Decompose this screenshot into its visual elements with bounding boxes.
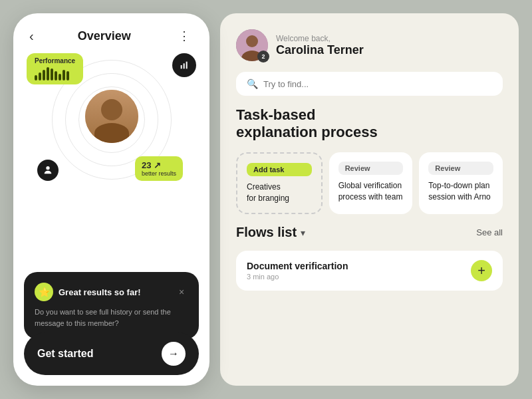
- menu-icon[interactable]: ⋮: [175, 27, 194, 45]
- task-text-1: Global verification process with team: [338, 180, 404, 203]
- welcome-text: Welcome back, Carolina Terner: [276, 34, 364, 57]
- bar-3: [43, 70, 45, 80]
- person-badge[interactable]: [37, 160, 59, 181]
- flow-item-0[interactable]: Document verificartion 3 min ago +: [236, 251, 503, 291]
- flow-add-button-0[interactable]: +: [471, 260, 492, 281]
- get-started-arrow-icon: →: [162, 342, 186, 366]
- flows-header: Flows list ▾ See all: [236, 225, 503, 240]
- results-number: 23 ↗: [142, 160, 176, 170]
- task-badge-2: Review: [428, 162, 493, 175]
- search-input[interactable]: [263, 79, 492, 89]
- welcome-subtitle: Welcome back,: [276, 34, 364, 43]
- notification-title: Great results so far!: [59, 287, 141, 297]
- svg-rect-2: [186, 62, 188, 69]
- task-badge-1: Review: [338, 162, 404, 175]
- performance-badge: Performance: [27, 53, 83, 84]
- bar-7: [59, 74, 61, 80]
- notification-body: Do you want to see full history or send …: [35, 307, 188, 329]
- notification-close-button[interactable]: ×: [175, 285, 188, 299]
- svg-point-3: [46, 166, 49, 170]
- star-icon: ⭐: [35, 283, 53, 301]
- flows-title: Flows list: [236, 225, 297, 240]
- back-button[interactable]: ‹: [29, 29, 34, 44]
- phone-header: ‹ Overview ⋮: [13, 13, 209, 53]
- get-started-button[interactable]: Get started →: [24, 332, 199, 375]
- bar-2: [39, 72, 41, 80]
- phone-body: Performance: [13, 53, 209, 386]
- profile-avatar: [85, 90, 138, 143]
- task-card-1[interactable]: Review Global verification process with …: [329, 152, 413, 215]
- search-icon: 🔍: [247, 78, 258, 89]
- task-card-0[interactable]: Add task Creatives for branging: [236, 152, 323, 215]
- task-text-2: Top-to-down plan session with Arno: [428, 180, 493, 203]
- flow-info-0: Document verificartion 3 min ago: [247, 261, 348, 281]
- search-bar[interactable]: 🔍: [236, 72, 503, 96]
- bar-6: [55, 71, 57, 80]
- flow-title-0: Document verificartion: [247, 261, 348, 271]
- results-text: better results: [142, 170, 176, 177]
- task-cards-row: Add task Creatives for branging Review G…: [236, 152, 503, 215]
- svg-point-5: [246, 35, 258, 47]
- bar-4: [47, 67, 49, 80]
- phone-panel: ‹ Overview ⋮ Performance: [13, 13, 209, 386]
- see-all-button[interactable]: See all: [476, 227, 503, 237]
- task-text-0: Creatives for branging: [247, 182, 312, 204]
- task-badge-0: Add task: [247, 163, 312, 176]
- results-badge: 23 ↗ better results: [135, 156, 183, 181]
- app-container: ‹ Overview ⋮ Performance: [13, 13, 519, 386]
- welcome-section: 2 Welcome back, Carolina Terner: [236, 29, 503, 61]
- right-panel: 2 Welcome back, Carolina Terner 🔍 Task-b…: [220, 13, 519, 386]
- performance-label: Performance: [35, 57, 75, 65]
- task-card-2[interactable]: Review Top-to-down plan session with Arn…: [419, 152, 503, 215]
- welcome-name: Carolina Terner: [276, 43, 364, 57]
- avatar-face: [85, 90, 138, 143]
- performance-bars: [35, 67, 75, 80]
- bar-1: [35, 75, 37, 80]
- notification-title-row: ⭐ Great results so far!: [35, 283, 141, 301]
- bar-8: [63, 70, 65, 80]
- flow-time-0: 3 min ago: [247, 273, 348, 281]
- get-started-label: Get started: [37, 348, 93, 360]
- chart-button[interactable]: [172, 53, 196, 77]
- bar-5: [51, 68, 53, 80]
- svg-rect-0: [181, 65, 182, 68]
- notification-badge: 2: [257, 51, 269, 63]
- phone-title: Overview: [78, 29, 131, 43]
- user-avatar-wrapper: 2: [236, 29, 268, 61]
- notification-card: ⭐ Great results so far! × Do you want to…: [24, 272, 199, 339]
- bar-9: [66, 71, 69, 80]
- flows-dropdown-icon[interactable]: ▾: [301, 227, 305, 238]
- tasks-section-title: Task-based explanation process: [236, 106, 503, 142]
- svg-rect-1: [184, 63, 185, 68]
- flows-title-row: Flows list ▾: [236, 225, 305, 240]
- person-icon: [43, 165, 53, 176]
- chart-icon: [179, 60, 190, 70]
- notification-header: ⭐ Great results so far! ×: [35, 283, 188, 301]
